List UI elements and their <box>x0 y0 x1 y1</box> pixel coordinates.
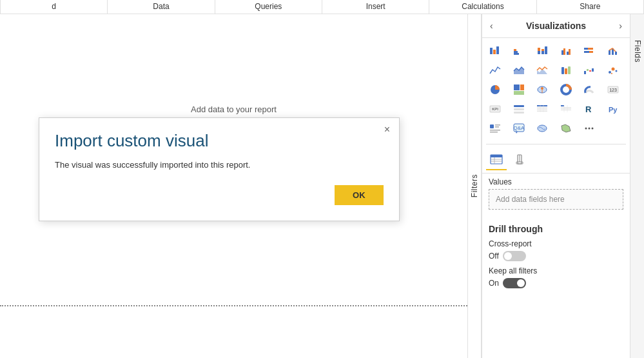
svg-point-32 <box>611 68 614 71</box>
svg-point-74 <box>585 128 587 130</box>
cross-report-toggle-row: Off <box>489 251 623 261</box>
svg-rect-58 <box>561 107 571 108</box>
main-area: Add data to your report × Import custom … <box>0 14 644 358</box>
svg-rect-10 <box>545 46 547 54</box>
menu-bar: d Data Queries Insert Calculations Share <box>0 0 644 14</box>
dialog-title: Import custom visual <box>55 131 384 151</box>
viz-fields-tab[interactable] <box>486 150 507 170</box>
cross-report-row: Cross-report Off <box>489 239 623 261</box>
svg-rect-25 <box>565 68 567 74</box>
panel-nav-right[interactable]: › <box>616 19 625 32</box>
svg-text:Q&A: Q&A <box>513 125 524 131</box>
viz-qna[interactable]: Q&A <box>510 119 528 137</box>
viz-kpi[interactable]: KPI <box>486 100 504 118</box>
menu-item-data[interactable]: Data <box>108 0 215 14</box>
svg-text:R: R <box>585 104 592 114</box>
dialog-close-button[interactable]: × <box>384 124 390 135</box>
viz-smart-narrative[interactable] <box>486 119 504 137</box>
menu-item-share[interactable]: Share <box>537 0 644 14</box>
svg-text:Py: Py <box>609 106 618 114</box>
svg-rect-18 <box>589 51 593 53</box>
dialog-overlay: × Import custom visual The visual was su… <box>0 14 467 358</box>
viz-shape-map[interactable] <box>557 119 575 137</box>
keep-filters-toggle[interactable] <box>503 278 526 288</box>
cross-report-toggle[interactable] <box>503 251 526 261</box>
viz-card[interactable]: 123 <box>604 81 622 99</box>
svg-rect-53 <box>537 110 547 110</box>
svg-rect-16 <box>588 48 593 50</box>
viz-python[interactable]: Py <box>604 100 622 118</box>
svg-rect-24 <box>561 67 564 74</box>
viz-ribbon[interactable] <box>557 61 575 79</box>
import-dialog: × Import custom visual The visual was su… <box>39 117 400 221</box>
menu-item-calculations[interactable]: Calculations <box>429 0 536 14</box>
svg-rect-21 <box>615 52 617 55</box>
svg-rect-54 <box>537 111 547 112</box>
viz-line-area[interactable] <box>533 61 551 79</box>
viz-treemap[interactable] <box>510 81 528 99</box>
svg-rect-5 <box>514 53 519 55</box>
viz-clustered-bar[interactable] <box>510 42 528 60</box>
viz-waterfall[interactable] <box>580 61 598 79</box>
svg-rect-19 <box>609 50 610 55</box>
filters-panel[interactable]: Filters <box>467 14 482 358</box>
svg-rect-12 <box>563 48 565 55</box>
viz-area[interactable] <box>510 61 528 79</box>
viz-filled-map[interactable] <box>533 119 551 137</box>
viz-stacked-bar[interactable] <box>486 42 504 60</box>
viz-gauge[interactable] <box>580 81 598 99</box>
viz-100pct-stacked-bar[interactable] <box>580 42 598 60</box>
viz-more[interactable] <box>580 119 598 137</box>
drill-through-section: Drill through Cross-report Off Keep all … <box>482 220 630 297</box>
menu-item-home[interactable]: d <box>0 0 108 14</box>
viz-line[interactable] <box>486 61 504 79</box>
viz-format-tab[interactable] <box>509 150 530 170</box>
viz-stacked-col[interactable] <box>533 42 551 60</box>
viz-r-script[interactable]: R <box>580 100 598 118</box>
keep-filters-on-label: On <box>489 279 499 288</box>
visualizations-panel: ‹ Visualizations › <box>482 14 630 358</box>
values-label: Values <box>489 177 623 186</box>
viz-scatter[interactable] <box>604 61 622 79</box>
svg-point-31 <box>609 71 611 74</box>
viz-donut[interactable] <box>557 81 575 99</box>
values-dropzone[interactable]: Add data fields here <box>489 189 623 210</box>
svg-rect-59 <box>561 108 571 109</box>
svg-point-75 <box>589 128 590 130</box>
menu-item-queries[interactable]: Queries <box>215 0 322 14</box>
viz-clustered-col[interactable] <box>557 42 575 60</box>
svg-rect-11 <box>561 50 563 55</box>
viz-separator <box>486 144 626 144</box>
svg-rect-67 <box>495 126 499 128</box>
viz-slicer[interactable] <box>510 100 528 118</box>
svg-rect-4 <box>514 49 516 51</box>
dialog-footer: OK <box>55 185 384 205</box>
dialog-ok-button[interactable]: OK <box>335 185 384 205</box>
svg-rect-36 <box>514 85 520 90</box>
filters-label: Filters <box>470 174 479 197</box>
viz-line-clustered[interactable] <box>604 42 622 60</box>
svg-rect-26 <box>568 66 571 74</box>
dialog-message: The visual was successfully imported int… <box>55 160 384 170</box>
viz-matrix[interactable] <box>557 100 575 118</box>
drill-through-title: Drill through <box>489 224 623 234</box>
viz-map[interactable] <box>533 81 551 99</box>
menu-item-insert[interactable]: Insert <box>322 0 429 14</box>
keep-filters-label: Keep all filters <box>489 266 623 275</box>
canvas-area: Add data to your report × Import custom … <box>0 14 467 358</box>
viz-pie[interactable] <box>486 81 504 99</box>
panel-nav-left[interactable]: ‹ <box>487 19 496 32</box>
fields-panel[interactable]: Fields <box>630 14 644 358</box>
cross-report-label: Cross-report <box>489 239 623 248</box>
svg-marker-72 <box>516 132 518 134</box>
svg-rect-29 <box>589 70 591 72</box>
svg-rect-14 <box>569 49 571 55</box>
viz-table[interactable] <box>533 100 551 118</box>
svg-rect-3 <box>514 51 518 53</box>
keep-filters-toggle-row: On <box>489 278 623 288</box>
svg-rect-27 <box>584 71 586 74</box>
svg-rect-57 <box>561 105 564 106</box>
svg-rect-52 <box>537 108 547 109</box>
svg-point-76 <box>592 128 594 130</box>
fields-label: Fields <box>633 40 642 63</box>
